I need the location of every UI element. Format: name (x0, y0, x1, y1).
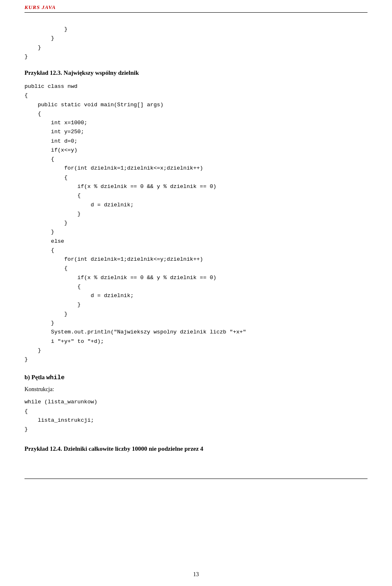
footer-line (24, 479, 368, 479)
closing-braces-top: } } } } (24, 25, 368, 61)
section-title: Przykład 12.3. Największy wspólny dzieln… (24, 69, 368, 76)
page-header: Kurs Java (24, 0, 368, 13)
section-b-title: b) Pętla while (24, 374, 368, 381)
code-block-main: public class nwd { public static void ma… (24, 82, 368, 364)
page-number: 13 (193, 571, 199, 578)
header-title: Kurs Java (24, 4, 56, 10)
section-b-keyword: while (46, 374, 65, 381)
example-124-title: Przykład 12.4. Dzielniki całkowite liczb… (24, 445, 368, 452)
page-container: Kurs Java } } } } Przykład 12.3. Najwięk… (0, 0, 392, 586)
page-content: } } } } Przykład 12.3. Największy wspóln… (24, 13, 368, 466)
section-b-label: b) Pętla (24, 374, 45, 380)
konstrukcja-label: Konstrukcja: (24, 386, 368, 393)
code-block-while: while (lista_warunkow) { lista_instrukcj… (24, 398, 368, 434)
